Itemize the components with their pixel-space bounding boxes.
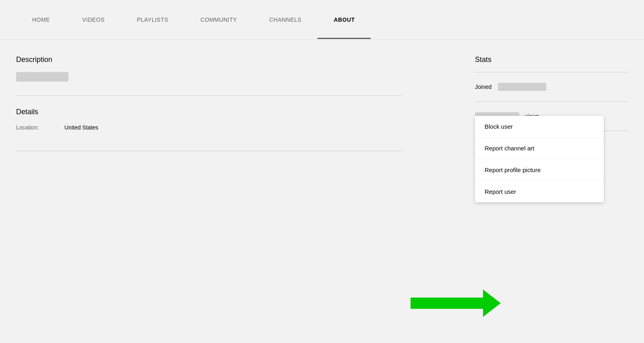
details-divider <box>16 151 402 151</box>
tab-home[interactable]: HOME <box>16 0 66 39</box>
joined-blurred <box>498 83 546 91</box>
tab-community[interactable]: COMMUNITY <box>184 0 253 39</box>
arrow-head <box>483 290 501 317</box>
dropdown-menu: Block user Report channel art Report pro… <box>475 116 604 202</box>
location-label: Location: <box>16 124 64 131</box>
nav-tabs: HOME VIDEOS PLAYLISTS COMMUNITY CHANNELS… <box>0 0 644 39</box>
report-user-item[interactable]: Report user <box>475 181 604 202</box>
arrow-body <box>411 298 483 309</box>
block-user-item[interactable]: Block user <box>475 116 604 138</box>
report-channel-art-item[interactable]: Report channel art <box>475 138 604 159</box>
stats-divider <box>475 72 628 72</box>
location-row: Location: United States <box>16 124 435 131</box>
description-blurred <box>16 72 68 82</box>
report-profile-picture-item[interactable]: Report profile picture <box>475 159 604 181</box>
details-title: Details <box>16 108 435 116</box>
joined-label: Joined <box>475 84 491 90</box>
left-column: Description Details Location: United Sta… <box>16 55 467 327</box>
green-arrow-container <box>411 290 501 317</box>
tab-playlists[interactable]: PLAYLISTS <box>121 0 184 39</box>
tab-videos[interactable]: VIDEOS <box>66 0 121 39</box>
description-divider <box>16 95 402 96</box>
description-title: Description <box>16 55 435 64</box>
green-arrow <box>411 290 501 317</box>
right-column: Stats Joined views Block user Report <box>467 55 628 327</box>
joined-row: Joined <box>475 79 628 95</box>
location-value: United States <box>64 124 98 131</box>
views-divider <box>475 101 628 102</box>
stats-title: Stats <box>475 55 628 64</box>
main-content: Description Details Location: United Sta… <box>0 39 644 343</box>
tab-channels[interactable]: CHANNELS <box>253 0 318 39</box>
tab-about[interactable]: ABOUT <box>318 0 371 39</box>
report-user-label: Report user <box>485 188 516 195</box>
